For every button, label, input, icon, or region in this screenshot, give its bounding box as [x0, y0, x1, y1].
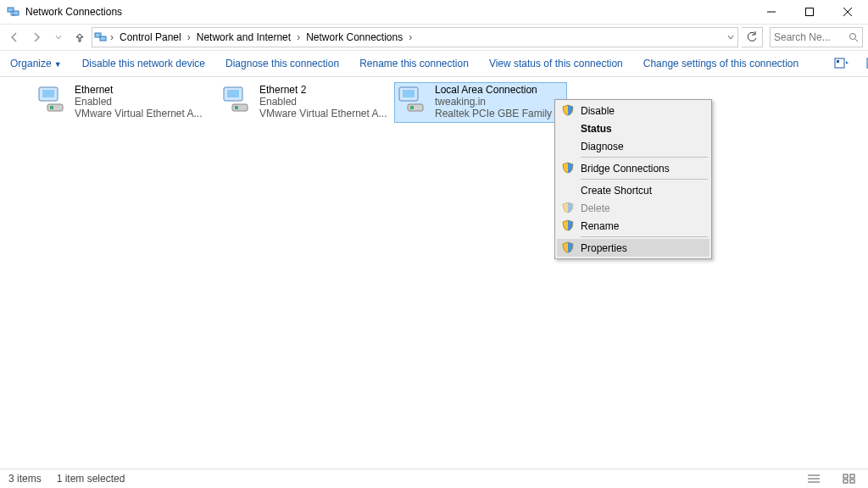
up-button[interactable]	[71, 28, 88, 47]
details-view-button[interactable]	[804, 471, 824, 486]
menu-delete: Delete	[557, 199, 709, 217]
connection-name: Ethernet 2	[259, 84, 403, 96]
change-settings-button[interactable]: Change settings of this connection	[642, 55, 800, 72]
menu-status[interactable]: Status	[557, 119, 709, 137]
address-bar: › Control Panel › Network and Internet ›…	[0, 25, 868, 51]
svg-rect-31	[843, 474, 848, 478]
breadcrumb-network-internet[interactable]: Network and Internet	[193, 30, 294, 44]
back-button[interactable]	[5, 28, 24, 47]
minimize-button[interactable]	[752, 0, 790, 24]
network-adapter-icon	[396, 84, 430, 118]
breadcrumb-network-connections[interactable]: Network Connections	[303, 30, 406, 44]
svg-rect-5	[805, 8, 813, 16]
search-placeholder: Search Ne...	[774, 31, 849, 43]
menu-create-shortcut[interactable]: Create Shortcut	[557, 181, 709, 199]
svg-rect-18	[47, 104, 63, 111]
breadcrumb[interactable]: › Control Panel › Network and Internet ›…	[92, 27, 738, 47]
chevron-right-icon[interactable]: ›	[186, 31, 192, 43]
connection-name: Ethernet	[75, 84, 218, 96]
menu-properties[interactable]: Properties	[557, 239, 709, 257]
svg-rect-13	[837, 60, 839, 63]
maximize-button[interactable]	[790, 0, 828, 24]
connection-device: VMware Virtual Ethernet A...	[75, 108, 218, 119]
svg-rect-22	[232, 104, 248, 111]
svg-rect-27	[410, 106, 414, 109]
breadcrumb-control-panel[interactable]: Control Panel	[116, 30, 185, 44]
svg-rect-32	[850, 474, 854, 478]
breadcrumb-root-icon[interactable]	[94, 30, 108, 44]
connection-status: Enabled	[259, 96, 403, 108]
svg-rect-23	[235, 106, 238, 109]
connection-device: Realtek PCIe GBE Family C...	[435, 108, 565, 119]
svg-rect-9	[100, 36, 106, 41]
network-adapter-icon	[36, 84, 70, 118]
recent-locations-button[interactable]	[49, 28, 68, 47]
menu-separator	[581, 157, 708, 158]
connection-status: tweaking.in	[435, 96, 565, 108]
svg-rect-19	[50, 106, 53, 109]
svg-point-10	[850, 34, 856, 40]
menu-disable[interactable]: Disable	[557, 102, 709, 119]
menu-separator	[581, 236, 708, 237]
refresh-button[interactable]	[742, 27, 763, 47]
connection-item-local-area[interactable]: Local Area Connection tweaking.in Realte…	[394, 82, 567, 123]
organize-button[interactable]: Organize▼	[8, 55, 64, 72]
menu-bridge[interactable]: Bridge Connections	[557, 159, 709, 177]
chevron-right-icon[interactable]: ›	[109, 31, 114, 43]
menu-diagnose[interactable]: Diagnose	[557, 137, 709, 155]
network-connections-icon	[7, 5, 20, 19]
content-area[interactable]: Ethernet Enabled VMware Virtual Ethernet…	[0, 77, 868, 475]
connection-item-ethernet2[interactable]: Ethernet 2 Enabled VMware Virtual Ethern…	[219, 82, 404, 123]
address-dropdown-button[interactable]	[726, 34, 736, 41]
svg-rect-25	[403, 90, 415, 97]
status-bar: 3 items 1 item selected	[0, 469, 868, 488]
shield-icon	[562, 202, 574, 214]
svg-rect-12	[835, 58, 844, 68]
menu-rename[interactable]: Rename	[557, 217, 709, 235]
svg-rect-17	[42, 90, 54, 97]
svg-rect-33	[843, 480, 848, 483]
close-button[interactable]	[828, 0, 866, 24]
svg-rect-1	[13, 11, 19, 15]
connection-device: VMware Virtual Ethernet A...	[259, 108, 403, 119]
title-bar: Network Connections	[0, 0, 868, 25]
context-menu: Disable Status Diagnose Bridge Connectio…	[554, 99, 712, 259]
search-icon	[849, 32, 859, 42]
connection-item-ethernet[interactable]: Ethernet Enabled VMware Virtual Ethernet…	[34, 82, 220, 123]
shield-icon	[562, 241, 574, 253]
disable-device-button[interactable]: Disable this network device	[81, 55, 207, 72]
status-item-count: 3 items	[8, 473, 42, 485]
svg-rect-34	[850, 480, 854, 483]
menu-separator	[581, 179, 708, 180]
svg-line-11	[855, 39, 858, 42]
view-options-button[interactable]	[834, 54, 849, 73]
large-icons-view-button[interactable]	[839, 471, 860, 486]
chevron-right-icon[interactable]: ›	[408, 31, 413, 43]
rename-button[interactable]: Rename this connection	[358, 55, 470, 72]
search-input[interactable]: Search Ne...	[770, 27, 863, 47]
shield-icon	[562, 219, 574, 231]
diagnose-button[interactable]: Diagnose this connection	[224, 55, 341, 72]
window-title: Network Connections	[25, 6, 122, 18]
shield-icon	[562, 162, 574, 174]
command-bar: Organize▼ Disable this network device Di…	[0, 51, 868, 77]
network-adapter-icon	[220, 84, 254, 118]
connection-status: Enabled	[75, 96, 218, 108]
shield-icon	[562, 104, 574, 116]
chevron-right-icon[interactable]: ›	[296, 31, 301, 43]
forward-button[interactable]	[27, 28, 46, 47]
svg-rect-21	[227, 90, 239, 97]
svg-rect-26	[408, 104, 423, 111]
view-status-button[interactable]: View status of this connection	[487, 55, 625, 72]
connection-name: Local Area Connection	[435, 84, 565, 96]
status-selected-count: 1 item selected	[57, 473, 125, 485]
